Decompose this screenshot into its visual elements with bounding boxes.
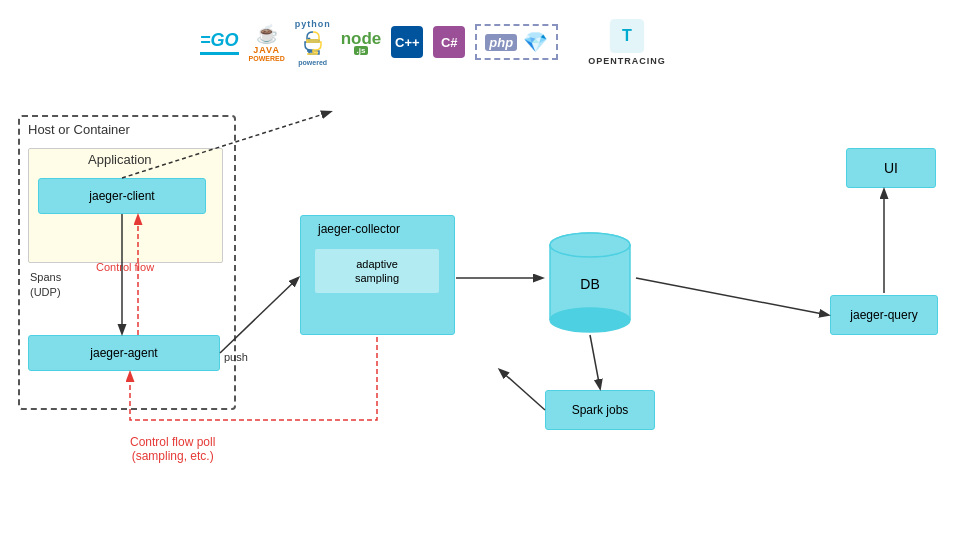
logos-bar: =GO ☕ JAVA POWERED python powered node .…: [200, 18, 666, 66]
application-label: Application: [88, 152, 152, 167]
jaeger-client-label: jaeger-client: [89, 189, 154, 203]
ruby-logo: 💎: [523, 30, 548, 54]
diagram-container: =GO ☕ JAVA POWERED python powered node .…: [0, 0, 960, 540]
ui-label: UI: [884, 160, 898, 176]
php-logo: php: [485, 34, 517, 51]
svg-point-8: [550, 233, 630, 257]
host-container-label: Host or Container: [28, 122, 130, 137]
jaeger-query-box: jaeger-query: [830, 295, 938, 335]
push-label: push: [224, 351, 248, 363]
svg-point-5: [550, 308, 630, 332]
adaptive-sampling-label: adaptivesampling: [355, 257, 399, 286]
jaeger-agent-label: jaeger-agent: [90, 346, 157, 360]
go-logo: =GO: [200, 30, 239, 55]
control-flow-poll-label: Control flow poll(sampling, etc.): [130, 435, 215, 463]
cpp-logo: C++: [391, 26, 423, 58]
svg-line-17: [636, 278, 828, 315]
spans-udp-label: Spans(UDP): [30, 270, 61, 301]
adaptive-sampling-box: adaptivesampling: [314, 248, 440, 294]
svg-line-15: [590, 335, 600, 388]
spark-jobs-box: Spark jobs: [545, 390, 655, 430]
svg-line-16: [500, 370, 545, 410]
svg-text:T: T: [622, 26, 632, 44]
nodejs-logo: node .js: [341, 29, 382, 55]
svg-text:DB: DB: [580, 276, 599, 292]
csharp-logo: C#: [433, 26, 465, 58]
opentracing-text: OPENTRACING: [588, 56, 666, 66]
opentracing-logo: T OPENTRACING: [588, 18, 666, 66]
jaeger-agent-box: jaeger-agent: [28, 335, 220, 371]
control-flow-label: Control flow: [96, 260, 154, 275]
ui-box: UI: [846, 148, 936, 188]
spark-jobs-label: Spark jobs: [572, 403, 629, 417]
db-container: DB: [545, 225, 635, 335]
python-logo: python powered: [295, 19, 331, 66]
java-logo: ☕ JAVA POWERED: [249, 23, 285, 62]
jaeger-collector-label: jaeger-collector: [318, 222, 400, 236]
php-ruby-box: php 💎: [475, 24, 558, 60]
jaeger-query-label: jaeger-query: [850, 308, 917, 322]
jaeger-client-box: jaeger-client: [38, 178, 206, 214]
